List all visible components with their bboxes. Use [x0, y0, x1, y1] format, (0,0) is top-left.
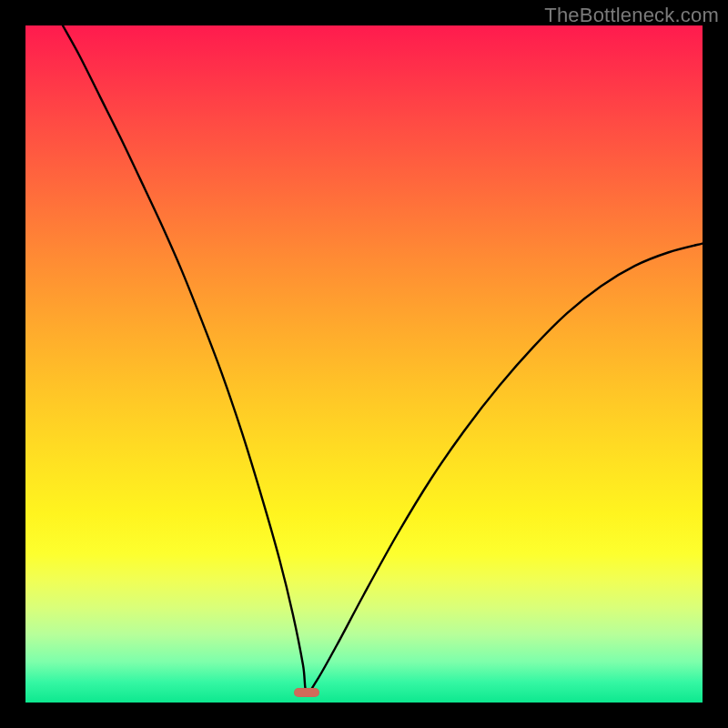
dip-marker — [294, 688, 319, 697]
plot-area — [25, 25, 703, 703]
chart-frame: TheBottleneck.com — [0, 0, 728, 728]
watermark-text: TheBottleneck.com — [544, 4, 719, 27]
curve-path — [63, 25, 703, 693]
curve-layer — [25, 25, 703, 703]
